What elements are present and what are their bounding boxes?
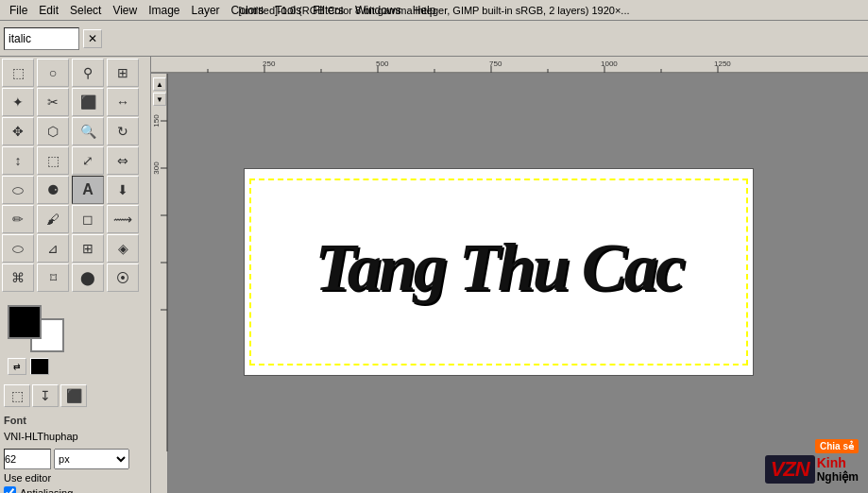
ruler-left: 150 300 xyxy=(151,74,168,493)
perspective-tool[interactable]: ⤢ xyxy=(72,146,104,175)
font-name-row: Font xyxy=(0,413,150,428)
watermark-badge: Chia sẻ xyxy=(815,439,859,453)
airbrush-tool[interactable]: ⟿ xyxy=(107,205,139,233)
dodge-tool[interactable]: ◈ xyxy=(107,234,139,263)
svg-text:250: 250 xyxy=(263,60,276,68)
swap-colors-button[interactable]: ⇄ xyxy=(8,358,26,375)
svg-text:750: 750 xyxy=(489,60,502,68)
use-editor-text: Use editor xyxy=(4,472,51,484)
foreground-color-swatch[interactable] xyxy=(8,305,42,339)
text-tool[interactable]: A xyxy=(72,176,104,204)
canvas-container[interactable]: Tang Thu Cac xyxy=(168,74,868,493)
svg-text:150: 150 xyxy=(152,114,161,128)
canvas-inner: Tang Thu Cac xyxy=(168,74,829,470)
eraser-tool[interactable]: ◻ xyxy=(72,205,104,233)
image-canvas: Tang Thu Cac xyxy=(244,168,754,376)
pencil-tool[interactable]: ✏ xyxy=(2,205,34,233)
color-swatches xyxy=(8,305,64,352)
scissors-tool[interactable]: ✂ xyxy=(37,88,69,116)
antialiasing-text: Antialiasing xyxy=(20,487,73,494)
canvas-text: Tang Thu Cac xyxy=(315,229,682,307)
watermark-logo: VZN xyxy=(771,457,809,481)
title-bar-text: [untitled]-1.0 (RGB Color 8 bit gamma In… xyxy=(238,5,629,16)
scroll-up-arrow[interactable]: ▲ xyxy=(153,77,166,91)
canvas-area: 250 500 750 1000 1250 xyxy=(151,57,868,493)
side-arrows: ▲ ▼ xyxy=(151,74,168,106)
font-name-display-row: VNI-HLThuphap xyxy=(0,428,150,445)
warp-tool[interactable]: ⚈ xyxy=(37,176,69,204)
default-colors-button[interactable] xyxy=(30,358,49,375)
svg-text:1000: 1000 xyxy=(601,60,618,68)
svg-text:1250: 1250 xyxy=(714,60,731,68)
blur-tool[interactable]: ⦿ xyxy=(107,264,139,292)
menu-edit[interactable]: Edit xyxy=(33,2,64,19)
smudge-tool[interactable]: ⌘ xyxy=(2,264,34,292)
menu-bar: [untitled]-1.0 (RGB Color 8 bit gamma In… xyxy=(0,0,868,21)
paintbrush-tool[interactable]: 🖌 xyxy=(37,205,69,233)
font-size-row: px pt mm xyxy=(4,449,146,469)
scale-tool[interactable]: ↕ xyxy=(2,146,34,175)
measure-tool[interactable]: ⌑ xyxy=(37,264,69,292)
fill-tool[interactable]: ⬇ xyxy=(107,176,139,204)
font-label: Font xyxy=(4,415,26,426)
toolbox: ⬚ ○ ⚲ ⊞ ✦ ✂ ⬛ ↔ ✥ ⬡ 🔍 ↻ ↕ ⬚ ⤢ ⇔ ⬭ ⚈ A ⬇ … xyxy=(0,57,151,493)
menu-view[interactable]: View xyxy=(107,2,143,19)
font-options: px pt mm Use editor Antialiasing xyxy=(0,445,150,493)
svg-text:500: 500 xyxy=(376,60,389,68)
align-tool[interactable]: ↔ xyxy=(107,88,139,116)
ink-tool[interactable]: ⬭ xyxy=(2,234,34,263)
zoom-tool[interactable]: 🔍 xyxy=(72,117,104,145)
close-button[interactable]: ✕ xyxy=(83,29,102,48)
watermark: Chia sẻ VZN Kinh Nghiệm xyxy=(765,439,859,484)
ellipse-select-tool[interactable]: ○ xyxy=(37,59,69,87)
cage-tool[interactable]: ⬭ xyxy=(2,176,34,204)
menu-image[interactable]: Image xyxy=(143,2,185,19)
flip-tool[interactable]: ⇔ xyxy=(107,146,139,175)
watermark-nghiem: Nghiệm xyxy=(817,470,859,484)
free-select-tool[interactable]: ⚲ xyxy=(72,59,104,87)
menu-select[interactable]: Select xyxy=(64,2,107,19)
crop-tool[interactable]: ⬡ xyxy=(37,117,69,145)
watermark-kinh: Kinh xyxy=(817,455,859,470)
use-editor-label: Use editor xyxy=(4,472,146,484)
svg-text:300: 300 xyxy=(152,162,161,175)
extra-tool-1[interactable]: ⬚ xyxy=(4,384,30,407)
rotate-tool[interactable]: ↻ xyxy=(107,117,139,145)
extra-tool-3[interactable]: ⬛ xyxy=(60,384,87,407)
font-name-display: VNI-HLThuphap xyxy=(4,431,78,442)
heal-tool[interactable]: ⊞ xyxy=(72,234,104,263)
fg-select-tool[interactable]: ⬛ xyxy=(72,88,104,116)
ruler-top: 250 500 750 1000 1250 xyxy=(151,57,868,74)
color-picker-tool[interactable]: ⬤ xyxy=(72,264,104,292)
toolbar-row: ✕ xyxy=(0,21,868,57)
extra-tools-row: ⬚ ↧ ⬛ xyxy=(0,382,150,409)
shear-tool[interactable]: ⬚ xyxy=(37,146,69,175)
scroll-down-arrow[interactable]: ▼ xyxy=(153,93,166,106)
tool-grid: ⬚ ○ ⚲ ⊞ ✦ ✂ ⬛ ↔ ✥ ⬡ 🔍 ↻ ↕ ⬚ ⤢ ⇔ ⬭ ⚈ A ⬇ … xyxy=(0,57,150,294)
rect-select-tool[interactable]: ⬚ xyxy=(2,59,34,87)
fuzzy-select-tool[interactable]: ⊞ xyxy=(107,59,139,87)
ruler-left-svg: 150 300 xyxy=(151,74,168,451)
move-tool[interactable]: ✥ xyxy=(2,117,34,145)
extra-tool-2[interactable]: ↧ xyxy=(32,384,59,407)
menu-file[interactable]: File xyxy=(4,2,33,19)
by-color-tool[interactable]: ✦ xyxy=(2,88,34,116)
antialiasing-checkbox[interactable] xyxy=(4,486,16,493)
font-size-input[interactable] xyxy=(4,449,51,469)
clone-tool[interactable]: ⊿ xyxy=(37,234,69,263)
font-unit-select[interactable]: px pt mm xyxy=(54,449,129,469)
main-layout: ⬚ ○ ⚲ ⊞ ✦ ✂ ⬛ ↔ ✥ ⬡ 🔍 ↻ ↕ ⬚ ⤢ ⇔ ⬭ ⚈ A ⬇ … xyxy=(0,57,868,493)
ruler-svg: 250 500 750 1000 1250 xyxy=(151,57,868,74)
antialiasing-label: Antialiasing xyxy=(4,486,146,493)
font-input[interactable] xyxy=(4,27,79,50)
menu-layer[interactable]: Layer xyxy=(186,2,226,19)
color-area: ⇄ xyxy=(0,298,150,379)
